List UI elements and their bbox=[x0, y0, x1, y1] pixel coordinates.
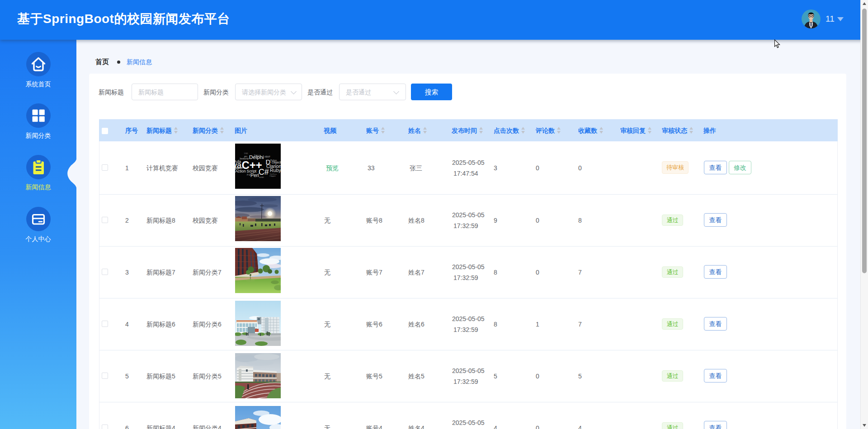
svg-text:ABAP: ABAP bbox=[264, 156, 270, 158]
svg-text:Erlang: Erlang bbox=[254, 154, 261, 157]
svg-text:JavaScript: JavaScript bbox=[239, 158, 249, 160]
svg-text:Clipper: Clipper bbox=[269, 175, 276, 177]
svg-text:Objecti: Objecti bbox=[272, 161, 281, 164]
svg-text:pper: pper bbox=[235, 166, 243, 170]
svg-text:Ruby: Ruby bbox=[270, 168, 281, 173]
svg-text:ABL: ABL bbox=[244, 155, 248, 158]
svg-text:C#: C# bbox=[259, 168, 269, 177]
svg-text:Ada: Ada bbox=[235, 159, 241, 164]
svg-text:P-ES: P-ES bbox=[247, 174, 252, 176]
svg-text:AJAX: AJAX bbox=[259, 176, 264, 178]
svg-text:Lisp: Lisp bbox=[244, 152, 248, 154]
